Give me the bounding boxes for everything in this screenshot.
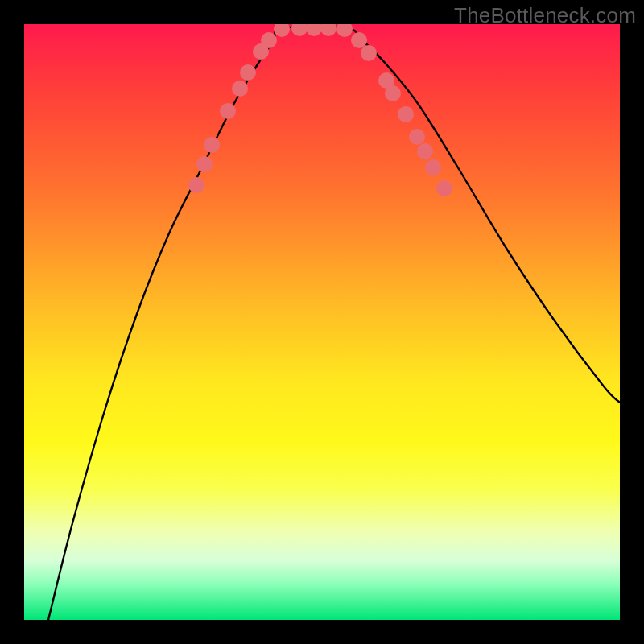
chart-frame: TheBottleneck.com xyxy=(0,0,644,644)
data-dot xyxy=(196,156,213,172)
data-dot xyxy=(188,177,204,193)
data-dot xyxy=(261,32,277,48)
bottleneck-curve xyxy=(48,27,620,620)
data-dot xyxy=(417,143,433,159)
data-dot xyxy=(398,106,414,122)
data-dot xyxy=(351,32,367,48)
data-dot xyxy=(232,80,248,97)
data-dot xyxy=(425,159,441,175)
curve-dots xyxy=(188,24,452,196)
data-dot xyxy=(240,64,256,80)
curve-lines xyxy=(48,27,620,620)
curve-svg xyxy=(24,24,620,620)
data-dot xyxy=(385,85,401,101)
data-dot xyxy=(204,137,220,153)
data-dot xyxy=(336,24,353,37)
plot-area xyxy=(24,24,620,620)
data-dot xyxy=(361,45,377,61)
data-dot xyxy=(274,24,290,37)
data-dot xyxy=(291,24,308,36)
data-dot xyxy=(409,129,425,145)
data-dot xyxy=(220,103,236,119)
data-dot xyxy=(436,180,452,196)
data-dot xyxy=(320,24,336,36)
data-dot xyxy=(306,24,322,36)
